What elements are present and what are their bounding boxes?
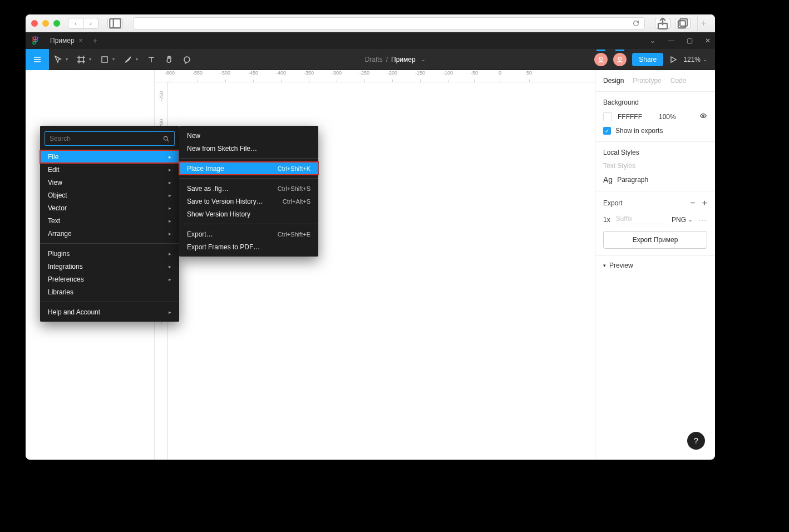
hand-tool[interactable] <box>160 49 178 70</box>
tabs-icon[interactable] <box>675 18 691 29</box>
menu-item-help-and-account[interactable]: Help and Account▸ <box>40 306 179 318</box>
bg-color-value[interactable]: FFFFFF <box>618 113 642 121</box>
menu-item-preferences[interactable]: Preferences▸ <box>40 273 179 285</box>
add-tab-button[interactable]: + <box>93 36 97 45</box>
submenu-item-show-version-history[interactable]: Show Version History <box>179 208 318 220</box>
shape-tool[interactable]: ▾ <box>96 49 119 70</box>
menu-search-input[interactable] <box>50 135 162 142</box>
submenu-item-export-[interactable]: Export…Ctrl+Shift+E <box>179 228 318 240</box>
zoom-control[interactable]: 121% ⌄ <box>683 56 707 63</box>
ruler-tick: -350 <box>304 70 314 82</box>
shortcut-label: Ctrl+Shift+K <box>278 165 310 172</box>
maximize-icon[interactable]: ▢ <box>687 37 693 45</box>
export-scale[interactable]: 1x <box>603 216 610 224</box>
help-button[interactable]: ? <box>687 432 705 450</box>
submenu-item-save-to-version-history-[interactable]: Save to Version History…Ctrl+Alt+S <box>179 195 318 208</box>
menu-search[interactable] <box>45 131 175 146</box>
minimize-icon[interactable]: — <box>668 37 674 45</box>
new-tab-button[interactable]: + <box>697 16 709 31</box>
figma-body: -600-550-500-450-400-350-300-250-200-150… <box>26 70 715 460</box>
share-icon[interactable] <box>655 18 670 29</box>
menu-item-text[interactable]: Text▸ <box>40 214 179 227</box>
tab-prototype[interactable]: Prototype <box>633 77 661 85</box>
submenu-item-new[interactable]: New <box>179 129 318 142</box>
avatar[interactable] <box>613 53 627 66</box>
close-window-icon[interactable] <box>31 20 38 27</box>
submenu-item-save-as-fig-[interactable]: Save as .fig…Ctrl+Shift+S <box>179 182 318 195</box>
export-section: Export − + 1x Suffix PNG ⌄ ··· <box>595 191 715 256</box>
move-tool[interactable]: ▾ <box>49 49 72 70</box>
menu-item-arrange[interactable]: Arrange▸ <box>40 227 179 240</box>
avatar[interactable] <box>594 53 608 66</box>
show-in-exports-row[interactable]: ✓ Show in exports <box>603 127 707 135</box>
ruler-tick: 50 <box>526 70 532 82</box>
preview-toggle[interactable]: ▾ Preview <box>595 256 715 275</box>
submenu-item-place-image[interactable]: Place ImageCtrl+Shift+K <box>179 162 318 175</box>
forward-button[interactable]: › <box>83 18 98 29</box>
menu-item-edit[interactable]: Edit▸ <box>40 163 179 176</box>
visibility-icon[interactable] <box>699 112 707 121</box>
menu-separator <box>40 243 179 244</box>
menu-separator <box>179 224 318 224</box>
bg-swatch[interactable] <box>603 112 612 121</box>
more-icon[interactable]: ··· <box>698 216 707 224</box>
back-button[interactable]: ‹ <box>68 18 83 29</box>
close-icon[interactable]: ✕ <box>705 37 711 45</box>
figma-logo-icon[interactable] <box>30 36 40 46</box>
menu-item-file[interactable]: File▸ <box>40 150 179 163</box>
text-tool[interactable] <box>142 49 160 70</box>
frame-tool[interactable]: ▾ <box>72 49 96 70</box>
ruler-tick: -300 <box>332 70 342 82</box>
svg-point-19 <box>164 136 167 140</box>
document-tab-label: Пример <box>50 37 75 45</box>
breadcrumb-sep: / <box>386 56 388 63</box>
caret-down-icon: ▾ <box>603 263 606 268</box>
ruler-tick: -150 <box>415 70 425 82</box>
svg-point-17 <box>619 57 622 60</box>
menu-item-libraries[interactable]: Libraries <box>40 285 179 298</box>
checkbox-checked-icon[interactable]: ✓ <box>603 127 611 135</box>
main-menu-button[interactable] <box>26 49 49 70</box>
submenu-item-export-frames-to-pdf-[interactable]: Export Frames to PDF… <box>179 240 318 253</box>
menu-item-plugins[interactable]: Plugins▸ <box>40 247 179 260</box>
comment-tool[interactable] <box>178 49 196 70</box>
breadcrumb[interactable]: Drafts / Пример ⌄ <box>196 56 594 63</box>
search-icon <box>162 135 170 142</box>
present-icon[interactable] <box>669 49 678 70</box>
export-suffix-input[interactable]: Suffix <box>616 215 666 224</box>
ruler-tick: -400 <box>276 70 286 82</box>
menu-item-integrations[interactable]: Integrations▸ <box>40 260 179 273</box>
menu-separator <box>179 158 318 159</box>
menu-item-vector[interactable]: Vector▸ <box>40 201 179 214</box>
fullscreen-window-icon[interactable] <box>53 20 60 27</box>
background-section: Background FFFFFF 100% ✓ Show in exports <box>595 92 715 142</box>
menu-item-object[interactable]: Object▸ <box>40 189 179 201</box>
sidebar-toggle-icon[interactable] <box>107 18 123 29</box>
export-button[interactable]: Export Пример <box>603 231 707 249</box>
chevron-right-icon: ▸ <box>169 180 171 185</box>
close-tab-icon[interactable]: × <box>79 37 83 45</box>
svg-line-20 <box>167 140 169 141</box>
add-export-icon[interactable]: + <box>702 198 707 208</box>
submenu-item-new-from-sketch-file-[interactable]: New from Sketch File… <box>179 142 318 155</box>
remove-export-icon[interactable]: − <box>690 198 695 208</box>
chevron-right-icon: ▸ <box>169 154 171 160</box>
document-tab[interactable]: Пример × <box>46 37 87 45</box>
export-format-select[interactable]: PNG ⌄ <box>672 216 693 224</box>
svg-rect-4 <box>680 18 687 26</box>
bg-opacity-value[interactable]: 100% <box>659 113 676 121</box>
titlebar-right: + <box>655 16 709 31</box>
pen-tool[interactable]: ▾ <box>119 49 142 70</box>
minimize-window-icon[interactable] <box>42 20 49 27</box>
chevron-right-icon: ▸ <box>169 251 171 257</box>
chevron-right-icon: ▸ <box>169 309 171 315</box>
paragraph-style[interactable]: Ag Paragraph <box>603 175 707 184</box>
tab-code[interactable]: Code <box>670 77 687 85</box>
menu-item-view[interactable]: View▸ <box>40 176 179 189</box>
chevron-down-icon[interactable]: ⌄ <box>650 37 655 45</box>
reload-icon[interactable] <box>632 19 640 27</box>
url-field[interactable] <box>133 17 645 29</box>
chevron-down-icon[interactable]: ⌄ <box>421 57 426 62</box>
share-button[interactable]: Share <box>632 53 663 66</box>
tab-design[interactable]: Design <box>603 77 624 85</box>
